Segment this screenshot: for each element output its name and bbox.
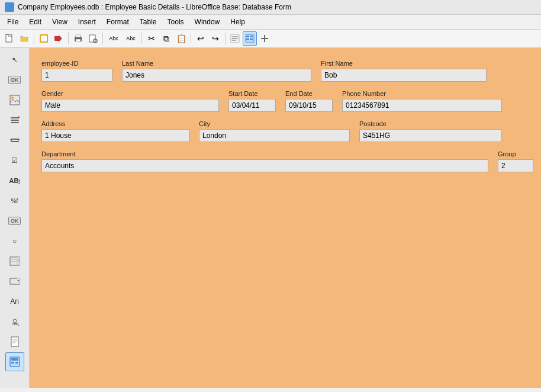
start-date-input[interactable] (228, 99, 276, 112)
city-label: City (199, 120, 350, 127)
svg-rect-27 (11, 120, 19, 121)
department-input[interactable] (41, 159, 488, 172)
gender-input[interactable] (41, 99, 219, 112)
print-preview-button[interactable] (86, 31, 100, 46)
svg-marker-32 (18, 139, 20, 141)
cut-button[interactable]: ✂ (144, 31, 159, 46)
first-name-group: First Name (321, 60, 487, 82)
svg-marker-29 (18, 116, 20, 118)
radio-tool[interactable]: ○ (5, 232, 24, 250)
svg-rect-9 (76, 35, 80, 37)
toolbar: Abc Abc ✂ ⧉ 📋 ↩ ↪ (0, 30, 541, 48)
address-input[interactable] (41, 129, 189, 142)
city-group: City (199, 120, 350, 142)
phone-number-group: Phone Number (342, 90, 502, 112)
menu-format[interactable]: Format (102, 16, 134, 28)
open-button[interactable] (17, 31, 31, 46)
end-date-group: End Date (285, 90, 333, 112)
copy-button[interactable]: ⧉ (159, 31, 173, 46)
svg-rect-30 (11, 139, 19, 140)
postcode-input[interactable] (359, 129, 501, 142)
redo-button[interactable]: ↪ (208, 31, 223, 46)
group-label: Group (498, 150, 533, 158)
first-name-input[interactable] (321, 69, 487, 82)
form-area: employee-ID Last Name First Name Gender … (30, 48, 541, 388)
last-name-label: Last Name (122, 60, 311, 67)
autospell-button[interactable]: Abc (123, 31, 139, 46)
form-row-3: Address City Postcode (41, 120, 529, 142)
svg-rect-54 (15, 362, 18, 364)
paste-button[interactable]: 📋 (174, 31, 188, 46)
svg-rect-52 (11, 358, 18, 361)
new-button[interactable] (2, 31, 17, 46)
db-tool[interactable] (5, 352, 24, 371)
doc-tool[interactable] (5, 332, 24, 351)
format-tool[interactable]: %f (5, 191, 24, 210)
main-layout: ↖ OK ☑ ABI %f OK ○ An (0, 48, 541, 388)
employee-id-group: employee-ID (41, 60, 112, 82)
macro-button[interactable] (257, 31, 272, 46)
svg-marker-7 (59, 35, 62, 42)
toolbar-group-print (71, 31, 100, 46)
back-button[interactable] (51, 31, 66, 46)
spell-button[interactable]: Abc (105, 31, 122, 46)
end-date-input[interactable] (285, 99, 333, 112)
svg-rect-5 (41, 36, 47, 41)
form-row-1: employee-ID Last Name First Name (41, 60, 529, 82)
sep4 (141, 33, 142, 44)
select-tool[interactable]: ↖ (5, 50, 24, 69)
first-name-label: First Name (321, 60, 487, 67)
menu-file[interactable]: File (2, 16, 23, 28)
undo-button[interactable]: ↩ (194, 31, 208, 46)
postcode-group: Postcode (359, 120, 501, 142)
print-button[interactable] (71, 31, 85, 46)
svg-marker-33 (9, 139, 12, 141)
tools2-tool[interactable] (5, 131, 24, 150)
phone-number-label: Phone Number (342, 90, 502, 97)
button-tool[interactable]: OK (5, 70, 24, 89)
department-group: Department (41, 150, 488, 172)
find-button[interactable] (228, 31, 242, 46)
menu-insert[interactable]: Insert (73, 16, 101, 28)
ok-tool[interactable]: OK (5, 211, 24, 230)
svg-rect-28 (11, 122, 19, 123)
theme-button[interactable] (37, 31, 51, 46)
sep5 (191, 33, 191, 44)
group-group: Group (498, 150, 533, 172)
menu-table[interactable]: Table (135, 16, 162, 28)
svg-point-25 (11, 97, 14, 99)
group-input[interactable] (498, 159, 533, 172)
form-row-4: Department Group (41, 150, 529, 172)
sep6 (225, 33, 226, 44)
city-input[interactable] (199, 129, 350, 142)
employee-id-input[interactable] (41, 69, 112, 82)
menu-window[interactable]: Window (190, 16, 225, 28)
svg-rect-53 (11, 362, 14, 364)
department-label: Department (41, 150, 488, 158)
menu-tools[interactable]: Tools (163, 16, 189, 28)
check-tool[interactable]: ☑ (5, 151, 24, 170)
font-tool[interactable]: An (5, 292, 24, 311)
menu-view[interactable]: View (47, 16, 72, 28)
image-tool[interactable] (5, 91, 24, 110)
form-row-2: Gender Start Date End Date Phone Number (41, 90, 529, 112)
phone-number-input[interactable] (342, 99, 502, 112)
svg-rect-21 (250, 38, 253, 40)
toolbar-group-spell: Abc Abc (105, 31, 139, 46)
svg-rect-47 (11, 337, 18, 346)
last-name-input[interactable] (122, 69, 311, 82)
text-tool[interactable]: ABI (5, 171, 24, 190)
toolbox: ↖ OK ☑ ABI %f OK ○ An (0, 48, 30, 388)
last-name-group: Last Name (122, 60, 311, 82)
app-icon (5, 2, 14, 12)
menu-help[interactable]: Help (226, 16, 250, 28)
list2-tool[interactable] (5, 272, 24, 291)
list-tool[interactable] (5, 252, 24, 271)
menu-edit[interactable]: Edit (24, 16, 46, 28)
form-view-button[interactable] (243, 31, 257, 46)
tools-tool[interactable] (5, 111, 24, 130)
svg-rect-24 (10, 95, 20, 105)
svg-point-42 (13, 319, 17, 323)
imagecontrol-tool[interactable] (5, 312, 24, 331)
start-date-label: Start Date (228, 90, 276, 97)
